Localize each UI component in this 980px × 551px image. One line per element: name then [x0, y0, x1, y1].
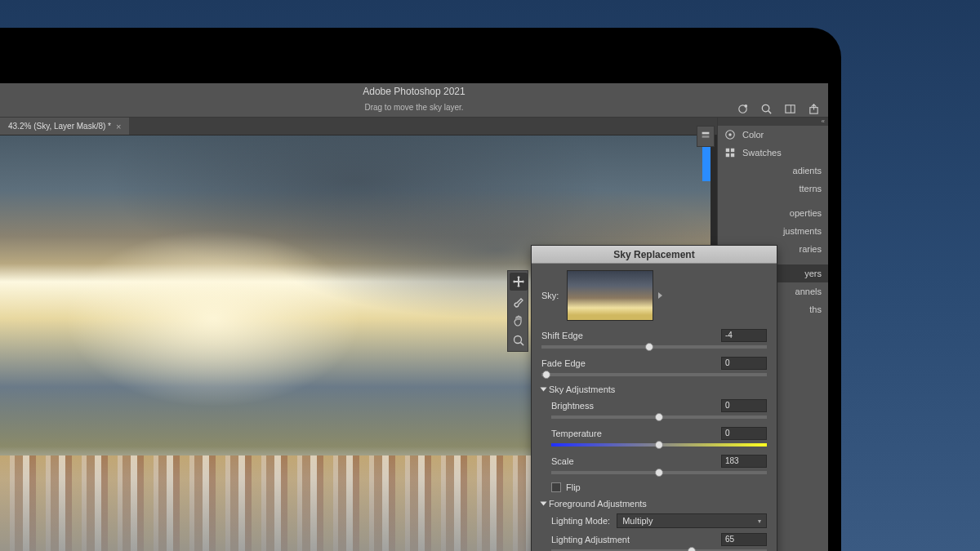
- chevron-down-icon: [541, 388, 547, 392]
- brightness-value[interactable]: 0: [721, 399, 767, 412]
- panel-collapse-strip[interactable]: «: [718, 118, 828, 126]
- panel-channels-label: annels: [795, 287, 822, 296]
- flip-row[interactable]: Flip: [551, 482, 767, 492]
- lighting-mode-value: Multiply: [622, 516, 653, 526]
- fade-edge-group: Fade Edge 0: [541, 357, 767, 376]
- foreground-adjustments-label: Foreground Adjustments: [549, 499, 647, 509]
- panel-paths-label: ths: [809, 304, 822, 314]
- svg-rect-13: [726, 153, 729, 157]
- panel-swatches-label: Swatches: [742, 148, 782, 158]
- flip-checkbox[interactable]: [551, 482, 561, 492]
- shift-edge-slider[interactable]: [541, 345, 767, 349]
- temperature-label: Temperature: [551, 429, 602, 438]
- laptop-frame: Adobe Photoshop 2021 Drag to move the sk…: [0, 28, 841, 551]
- sky-adjustments-section-header[interactable]: Sky Adjustments: [541, 384, 767, 394]
- svg-point-2: [762, 104, 768, 111]
- lighting-adjustment-group: Lighting Adjustment 65: [551, 533, 767, 551]
- fade-edge-label: Fade Edge: [541, 358, 586, 368]
- dialog-body: Sky: Shift Edge -4 Fade Edge 0: [532, 264, 777, 551]
- scale-value[interactable]: 183: [721, 455, 767, 468]
- slider-thumb[interactable]: [655, 469, 663, 477]
- svg-rect-4: [786, 104, 795, 112]
- slider-thumb[interactable]: [542, 371, 550, 379]
- sky-preset-dropdown[interactable]: [567, 270, 653, 321]
- sky-preset-row: Sky:: [541, 270, 767, 321]
- svg-line-3: [768, 110, 771, 113]
- options-bar: Drag to move the sky layer.: [0, 100, 828, 118]
- panel-properties[interactable]: operties: [718, 204, 828, 222]
- lighting-adjustment-value[interactable]: 65: [721, 533, 767, 546]
- workspace-switcher-icon[interactable]: [784, 103, 796, 115]
- color-wheel-icon: [724, 129, 736, 140]
- bezel: [0, 46, 828, 83]
- hand-tool-icon[interactable]: [510, 312, 528, 330]
- panel-color-label: Color: [742, 130, 764, 140]
- scale-slider[interactable]: [551, 471, 767, 474]
- tooltip-text: Drag to move the sky layer.: [364, 103, 463, 112]
- scale-label: Scale: [551, 456, 574, 466]
- temperature-group: Temperature 0: [551, 427, 767, 447]
- panel-patterns[interactable]: tterns: [718, 180, 828, 198]
- topbar-right-icons: [737, 100, 820, 118]
- sky-brush-tool-icon[interactable]: [510, 292, 528, 310]
- fade-edge-slider[interactable]: [541, 373, 767, 376]
- slider-thumb[interactable]: [645, 343, 653, 351]
- chevron-down-icon: [541, 502, 547, 506]
- panel-patterns-label: tterns: [799, 184, 822, 193]
- shift-edge-value[interactable]: -4: [721, 329, 767, 342]
- app-titlebar: Adobe Photoshop 2021: [0, 83, 828, 100]
- sky-adjustments-label: Sky Adjustments: [549, 384, 615, 394]
- brightness-slider[interactable]: [551, 415, 767, 419]
- panel-adjustments-label: justments: [783, 226, 822, 236]
- zoom-tool-icon[interactable]: [510, 331, 528, 349]
- lighting-mode-dropdown[interactable]: Multiply ▾: [617, 513, 767, 528]
- svg-rect-8: [702, 136, 710, 138]
- panel-properties-label: operties: [790, 208, 822, 218]
- panel-adjustments[interactable]: justments: [718, 222, 828, 240]
- shift-edge-group: Shift Edge -4: [541, 329, 767, 349]
- svg-rect-14: [731, 153, 734, 157]
- close-tab-icon[interactable]: ×: [116, 122, 121, 131]
- dialog-tool-column: [507, 270, 528, 352]
- document-tab-label: 43.2% (Sky, Layer Mask/8) *: [8, 122, 111, 131]
- lighting-mode-label: Lighting Mode:: [551, 516, 610, 526]
- panel-color[interactable]: Color: [718, 126, 828, 144]
- svg-rect-12: [731, 149, 734, 152]
- panel-libraries-label: raries: [799, 244, 822, 254]
- slider-thumb[interactable]: [655, 441, 663, 449]
- move-sky-tool-icon[interactable]: [510, 273, 528, 291]
- brightness-label: Brightness: [551, 401, 594, 411]
- svg-rect-11: [726, 149, 729, 152]
- screen: Adobe Photoshop 2021 Drag to move the sk…: [0, 46, 828, 551]
- slider-thumb[interactable]: [688, 547, 696, 551]
- sky-replacement-dialog: Sky Replacement Sky: Shift Edge: [531, 245, 777, 551]
- panel-layers-label: yers: [804, 269, 822, 278]
- shift-edge-label: Shift Edge: [541, 331, 583, 340]
- temperature-value[interactable]: 0: [721, 427, 767, 440]
- document-tab-active[interactable]: 43.2% (Sky, Layer Mask/8) * ×: [0, 118, 129, 135]
- fade-edge-value[interactable]: 0: [721, 357, 767, 370]
- panel-swatches[interactable]: Swatches: [718, 144, 828, 162]
- photoshop-app: Adobe Photoshop 2021 Drag to move the sk…: [0, 83, 828, 551]
- lighting-adjustment-label: Lighting Adjustment: [551, 535, 630, 544]
- svg-point-1: [744, 104, 747, 107]
- panel-gradients-label: adients: [793, 166, 822, 176]
- dialog-titlebar[interactable]: Sky Replacement: [532, 246, 777, 264]
- scale-group: Scale 183: [551, 455, 767, 474]
- cloud-docs-icon[interactable]: [737, 103, 749, 115]
- brightness-group: Brightness 0: [551, 399, 767, 419]
- panel-gradients[interactable]: adients: [718, 162, 828, 180]
- share-icon[interactable]: [808, 103, 820, 115]
- svg-rect-7: [702, 132, 710, 135]
- search-icon[interactable]: [760, 103, 773, 115]
- lighting-mode-row: Lighting Mode: Multiply ▾: [551, 513, 767, 528]
- chevron-down-icon: ▾: [758, 518, 761, 525]
- svg-line-16: [521, 343, 524, 346]
- svg-point-15: [514, 336, 522, 344]
- temperature-slider[interactable]: [551, 443, 767, 447]
- swatches-icon: [724, 147, 736, 158]
- sky-label: Sky:: [541, 291, 559, 300]
- slider-thumb[interactable]: [655, 413, 663, 421]
- foreground-adjustments-section-header[interactable]: Foreground Adjustments: [541, 499, 767, 509]
- history-panel-icon[interactable]: [697, 128, 714, 144]
